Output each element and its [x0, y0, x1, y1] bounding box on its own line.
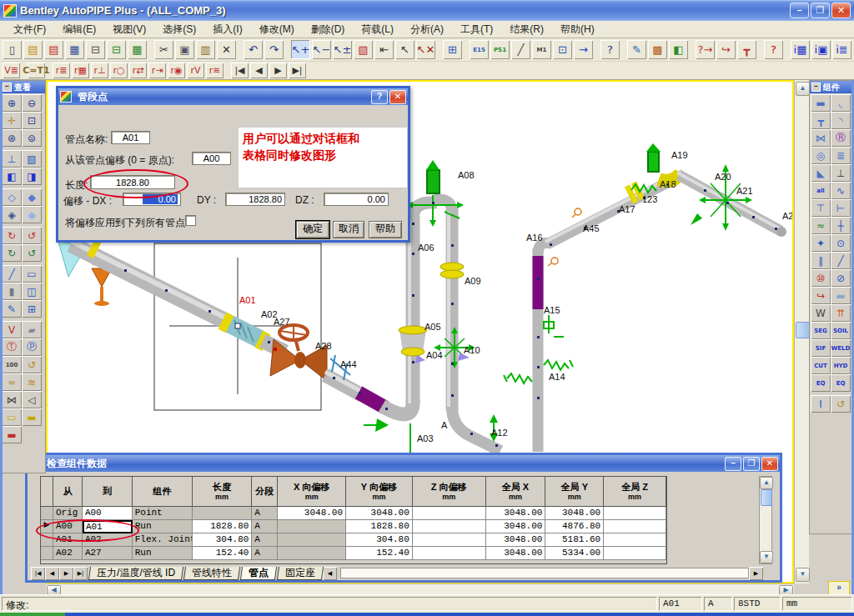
table-cell[interactable]: 1828.80 — [193, 520, 253, 533]
segment-icon[interactable]: ╱ — [510, 39, 531, 60]
tool-weld-icon[interactable]: WELD — [831, 339, 851, 357]
annotate-icon[interactable]: ✎ — [2, 300, 22, 318]
table-cell[interactable]: A27 — [83, 547, 133, 560]
grid-nav-button[interactable]: ▶| — [73, 567, 88, 580]
table-cell[interactable] — [604, 533, 666, 547]
dx-input[interactable]: 0.00 — [123, 193, 181, 206]
zoom-window-icon[interactable]: ⊜ — [22, 129, 42, 147]
rotate-cw-icon[interactable]: ↻ — [2, 227, 22, 244]
table-cell[interactable]: 5181.60 — [545, 533, 604, 547]
table-cell[interactable] — [604, 547, 666, 560]
beam-icon[interactable]: I — [811, 395, 831, 413]
dialog-close-icon[interactable]: ✕ — [389, 90, 406, 104]
table-cell[interactable]: A02 — [83, 533, 133, 547]
grid-nav-button[interactable]: |◀ — [31, 567, 45, 580]
info-grid-icon[interactable]: i▦ — [790, 39, 811, 60]
table-cell[interactable] — [413, 547, 486, 560]
close-button[interactable]: ✕ — [831, 3, 851, 18]
row-selector[interactable] — [41, 507, 53, 520]
view-front-icon[interactable]: ◧ — [2, 168, 22, 185]
view-se-icon[interactable]: ◆ — [22, 188, 42, 206]
marker-icon[interactable]: M1 — [531, 39, 552, 60]
grid-minimize-icon[interactable]: – — [725, 457, 741, 471]
menu-item[interactable]: 插入(I) — [204, 21, 250, 38]
table-cell[interactable]: 152.40 — [193, 547, 253, 560]
show-temp-icon[interactable]: Ⓣ — [2, 338, 22, 356]
select-single-icon[interactable]: ↖ — [394, 39, 415, 60]
view-top-icon[interactable]: ◨ — [22, 168, 42, 185]
view-sw-icon[interactable]: ◇ — [2, 188, 22, 206]
table-cell[interactable]: Run — [133, 520, 193, 533]
show-soil-icon[interactable]: ≋ — [22, 373, 42, 391]
minimize-button[interactable]: – — [790, 3, 809, 18]
draw-box-icon[interactable]: ▭ — [22, 265, 42, 283]
panel-minimize-icon[interactable]: − — [3, 83, 12, 92]
comp-pipe-icon[interactable]: ▬ — [811, 94, 831, 112]
show-press-icon[interactable]: Ⓟ — [22, 338, 42, 356]
table-row[interactable]: A01A02Flex. Joint304.80A304.803048.00518… — [41, 533, 666, 547]
length-input[interactable] — [90, 175, 175, 189]
table-cell[interactable] — [604, 520, 666, 533]
measure-icon[interactable]: ▬ — [2, 426, 22, 443]
result-anchor-icon[interactable]: r⊥ — [90, 62, 109, 79]
tool-sif-icon[interactable]: SIF — [811, 339, 831, 357]
print-icon[interactable]: ⊟ — [85, 39, 106, 60]
column-header[interactable] — [41, 477, 53, 507]
table-cell[interactable]: A — [252, 507, 278, 520]
rotate-ccw-icon[interactable]: ↺ — [22, 227, 42, 244]
grid-horizontal-scrollbar[interactable] — [340, 568, 749, 578]
table-cell[interactable]: 3048.00 — [346, 507, 413, 520]
scroll-up-icon[interactable]: ▲ — [796, 82, 810, 96]
convert-bend-icon[interactable]: ↪ — [716, 39, 736, 60]
view-iso-icon[interactable]: ▧ — [22, 150, 42, 168]
tab-scroll-right-icon[interactable]: ▶ — [749, 567, 763, 580]
tool-cut-icon[interactable]: CUT — [811, 357, 831, 374]
table-cell[interactable]: Flex. Joint — [133, 533, 193, 547]
delete-icon[interactable]: ✕ — [216, 39, 237, 60]
show-supports-icon[interactable]: V — [2, 321, 22, 338]
support-rod-icon[interactable]: ╱ — [831, 252, 851, 269]
column-header[interactable]: 从 — [53, 477, 83, 507]
table-cell[interactable] — [413, 533, 486, 547]
nav-next-icon[interactable]: ▶ — [269, 62, 288, 79]
zoom-previous-icon[interactable]: ⊛ — [2, 129, 22, 147]
query-point-icon[interactable]: ? — [600, 39, 620, 60]
cancel-button[interactable]: 取消 — [333, 221, 364, 238]
table-cell[interactable]: A — [252, 547, 278, 560]
highlight-icon[interactable]: ✎ — [626, 39, 647, 60]
row-selector[interactable]: ▶ — [41, 520, 53, 533]
table-cell[interactable] — [413, 507, 486, 520]
table-cell[interactable]: A — [252, 520, 278, 533]
cut-icon[interactable]: ✂ — [153, 39, 174, 60]
table-cell[interactable] — [413, 520, 486, 533]
ok-button[interactable]: 确定 — [296, 221, 329, 238]
open-recent-icon[interactable]: ▤ — [43, 39, 64, 60]
show-flange-icon[interactable]: ◁ — [22, 391, 42, 408]
model-options-icon[interactable]: ◧ — [668, 39, 689, 60]
support-spring-icon[interactable]: ∿ — [831, 182, 851, 199]
tool-eq1-icon[interactable]: EQ — [811, 374, 831, 392]
comp-anchor-icon[interactable]: ⊥ — [831, 164, 851, 182]
scroll-down-icon[interactable]: ▼ — [796, 568, 810, 582]
menu-item[interactable]: 分析(A) — [402, 21, 452, 38]
select-clear-icon[interactable]: ↖✕ — [415, 39, 436, 60]
info-copy-icon[interactable]: i▣ — [811, 39, 831, 60]
point-id10-icon[interactable]: ⑩ — [811, 269, 831, 287]
table-cell[interactable]: Run — [133, 547, 193, 560]
table-cell[interactable]: A01 — [53, 533, 83, 547]
table-cell[interactable]: 3048.00 — [545, 507, 604, 520]
support-id-icon[interactable]: PS1 — [490, 39, 510, 60]
show-valve-icon[interactable]: ⋈ — [2, 391, 22, 408]
tool-hyd-icon[interactable]: HYD — [831, 357, 851, 374]
select-remove-icon[interactable]: ↖− — [311, 39, 332, 60]
table-cell[interactable]: A00 — [53, 520, 83, 533]
grid-window-title-bar[interactable]: 检查组件数据 – ❐ ✕ — [28, 455, 780, 472]
column-header[interactable]: 全局 Zmm — [604, 477, 666, 507]
input-grid-icon[interactable]: V≣ — [2, 62, 21, 79]
go-to-icon[interactable]: → — [573, 39, 594, 60]
column-header[interactable]: 全局 Ymm — [545, 477, 604, 507]
grid-nav-button[interactable]: ▶ — [59, 567, 73, 580]
menu-item[interactable]: 选择(S) — [154, 21, 204, 38]
scroll-thumb[interactable] — [761, 489, 772, 506]
tool-soil-icon[interactable]: SOIL — [831, 322, 851, 339]
